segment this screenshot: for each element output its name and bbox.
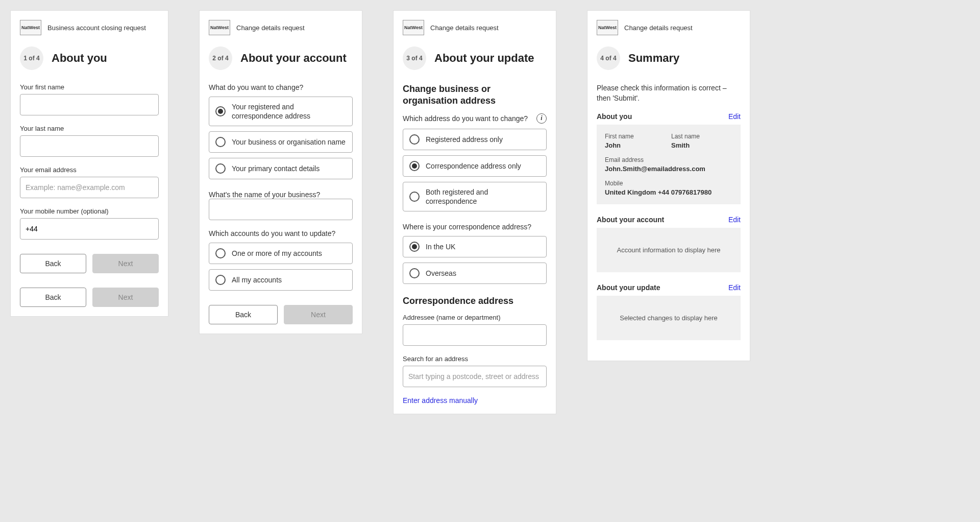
summary-card-about-you: First name John Last name Smith Email ad… xyxy=(597,125,741,204)
first-name-input[interactable] xyxy=(20,94,159,115)
next-button[interactable]: Next xyxy=(284,305,353,324)
radio-icon xyxy=(215,163,226,174)
radio-icon xyxy=(409,192,420,202)
question-where-address: Where is your correspondence address? xyxy=(403,223,547,231)
summary-head-title: About you xyxy=(597,112,632,121)
step-row: 4 of 4 Summary xyxy=(597,46,741,70)
value: United Kingdom +44 07976817980 xyxy=(605,188,712,196)
panel-header: NatWest Business account closing request xyxy=(20,20,159,35)
radio-icon xyxy=(215,275,226,285)
header-title: Change details request xyxy=(624,24,693,32)
summary-about-account: About your account Edit Account informat… xyxy=(597,216,741,272)
field-business-name: What's the name of your business? xyxy=(209,191,353,220)
value: John xyxy=(605,141,621,149)
back-button[interactable]: Back xyxy=(20,254,86,273)
mobile-label: Your mobile number (optional) xyxy=(20,207,159,215)
radio-icon xyxy=(215,106,226,116)
summary-email: Email address John.Smith@emailaddress.co… xyxy=(605,156,732,173)
panel-about-your-update: NatWest Change details request 3 of 4 Ab… xyxy=(393,10,556,414)
question-which-address: Which address do you want to change? xyxy=(403,114,528,123)
info-icon[interactable]: i xyxy=(536,113,547,124)
radio-registered-address[interactable]: Your registered and correspondence addre… xyxy=(209,97,353,126)
field-address-search: Search for an address xyxy=(403,355,547,387)
radio-both[interactable]: Both registered and correspondence xyxy=(403,182,547,211)
summary-about-you: About you Edit First name John Last name… xyxy=(597,112,741,204)
next-button[interactable]: Next xyxy=(92,288,159,307)
header-title: Change details request xyxy=(430,24,499,32)
edit-about-account-link[interactable]: Edit xyxy=(728,216,741,224)
step-row: 3 of 4 About your update xyxy=(403,46,547,70)
radio-uk[interactable]: In the UK xyxy=(403,236,547,257)
update-placeholder: Selected changes to display here xyxy=(597,296,741,340)
last-name-input[interactable] xyxy=(20,135,159,157)
last-name-label: Your last name xyxy=(20,125,159,132)
edit-about-update-link[interactable]: Edit xyxy=(728,283,741,292)
radio-business-name[interactable]: Your business or organisation name xyxy=(209,131,353,153)
value: John.Smith@emailaddress.com xyxy=(605,165,705,173)
panel-header: NatWest Change details request xyxy=(209,20,353,35)
next-button[interactable]: Next xyxy=(92,254,159,273)
summary-head: About your account Edit xyxy=(597,216,741,224)
radio-all-accounts[interactable]: All my accounts xyxy=(209,269,353,291)
header-title: Change details request xyxy=(236,24,305,32)
button-row: Back Next xyxy=(209,305,353,324)
field-addressee: Addressee (name or department) xyxy=(403,314,547,346)
radio-overseas[interactable]: Overseas xyxy=(403,263,547,284)
radio-correspondence-only[interactable]: Correspondence address only xyxy=(403,155,547,177)
address-search-label: Search for an address xyxy=(403,355,547,363)
email-label: Your email address xyxy=(20,166,159,174)
radio-icon xyxy=(215,137,226,147)
summary-head-title: About your update xyxy=(597,283,660,292)
where-address-radios: In the UK Overseas xyxy=(403,236,547,284)
page-title: Summary xyxy=(628,52,679,65)
which-accounts-radios: One or more of my accounts All my accoun… xyxy=(209,243,353,291)
radio-icon xyxy=(409,242,420,252)
radio-registered-only[interactable]: Registered address only xyxy=(403,129,547,150)
radio-icon xyxy=(409,161,420,171)
step-badge: 3 of 4 xyxy=(403,46,426,70)
change-what-radios: Your registered and correspondence addre… xyxy=(209,97,353,179)
radio-icon xyxy=(215,248,226,258)
step-row: 2 of 4 About your account xyxy=(209,46,353,70)
addressee-label: Addressee (name or department) xyxy=(403,314,547,321)
section-change-address: Change business or organisation address xyxy=(403,83,547,107)
summary-intro: Please check this information is correct… xyxy=(597,83,741,103)
business-name-label: What's the name of your business? xyxy=(209,191,320,199)
addressee-input[interactable] xyxy=(403,324,547,346)
question-change-what: What do you want to change? xyxy=(209,83,353,91)
business-name-input[interactable] xyxy=(209,199,353,220)
enter-address-manually-link[interactable]: Enter address manually xyxy=(403,396,478,405)
step-badge: 4 of 4 xyxy=(597,46,620,70)
step-badge: 1 of 4 xyxy=(20,46,43,70)
header-title: Business account closing request xyxy=(47,24,146,32)
field-mobile: Your mobile number (optional) xyxy=(20,207,159,240)
radio-label: In the UK xyxy=(426,242,455,251)
section-correspondence-address: Correspondence address xyxy=(403,295,547,307)
panel-about-you: NatWest Business account closing request… xyxy=(10,10,168,317)
natwest-logo-icon: NatWest xyxy=(209,20,230,35)
natwest-logo-icon: NatWest xyxy=(597,20,618,35)
back-button[interactable]: Back xyxy=(209,305,278,324)
step-badge: 2 of 4 xyxy=(209,46,232,70)
button-row-2: Back Next xyxy=(20,288,159,307)
mobile-input[interactable] xyxy=(20,218,159,240)
radio-some-accounts[interactable]: One or more of my accounts xyxy=(209,243,353,264)
which-address-radios: Registered address only Correspondence a… xyxy=(403,129,547,211)
panel-header: NatWest Change details request xyxy=(403,20,547,35)
first-name-label: Your first name xyxy=(20,83,159,91)
summary-head-title: About your account xyxy=(597,216,664,224)
page-title: About your account xyxy=(240,52,347,65)
summary-about-update: About your update Edit Selected changes … xyxy=(597,283,741,340)
edit-about-you-link[interactable]: Edit xyxy=(728,112,741,121)
radio-label: Your primary contact details xyxy=(232,164,320,173)
radio-label: Your business or organisation name xyxy=(232,137,346,147)
radio-label: Overseas xyxy=(426,269,456,278)
address-search-input[interactable] xyxy=(403,366,547,387)
back-button[interactable]: Back xyxy=(20,288,86,307)
panel-summary: NatWest Change details request 4 of 4 Su… xyxy=(587,10,750,361)
page-title: About your update xyxy=(434,52,534,65)
radio-primary-contact[interactable]: Your primary contact details xyxy=(209,158,353,179)
email-input[interactable] xyxy=(20,177,159,198)
summary-head: About you Edit xyxy=(597,112,741,121)
radio-label: All my accounts xyxy=(232,275,282,284)
